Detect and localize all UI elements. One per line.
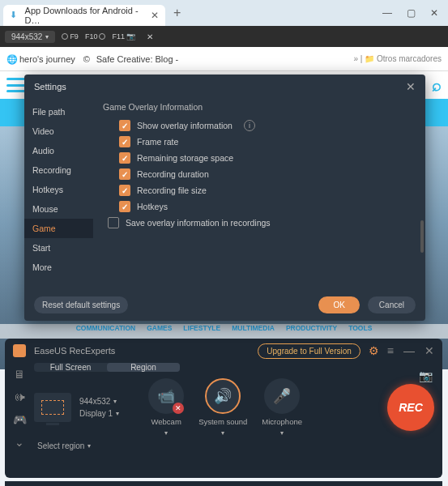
mic-off-icon: 🎤 bbox=[273, 387, 291, 405]
webcam-source[interactable]: 📹✕ Webcam▾ bbox=[148, 378, 184, 437]
opt-hotkeys[interactable]: ✓Hotkeys bbox=[119, 201, 416, 212]
cat-productivity[interactable]: PRODUCTIVITY bbox=[286, 324, 337, 339]
chevron-down-icon[interactable]: ⌄ bbox=[15, 436, 24, 449]
sound-icon[interactable]: 🕪 bbox=[14, 390, 25, 403]
speaker-icon: 🔊 bbox=[214, 387, 232, 405]
minimize-icon[interactable]: — bbox=[382, 7, 392, 19]
scrollbar[interactable] bbox=[420, 220, 424, 253]
recorder-sidebar: 🖥 🕪 🎮 ⌄ bbox=[5, 363, 34, 444]
select-region-dropdown[interactable]: Select region▾ bbox=[37, 441, 442, 450]
browser-titlebar: ⬇ App Downloads for Android - D… ✕ + — ▢… bbox=[0, 0, 448, 26]
rec-close-icon[interactable]: ✕ bbox=[425, 344, 434, 357]
f9-key[interactable]: F9 bbox=[62, 32, 79, 40]
close-icon[interactable]: ✕ bbox=[430, 7, 438, 19]
upgrade-button[interactable]: Upgrade to Full Version bbox=[258, 343, 361, 359]
tab-region[interactable]: Region bbox=[107, 363, 180, 372]
copyright-icon: © bbox=[83, 54, 93, 64]
recorder-window: EaseUS RecExperts Upgrade to Full Versio… bbox=[5, 339, 442, 478]
screen-icon[interactable]: 🖥 bbox=[14, 368, 25, 381]
display-block: 944x532▾ Display 1▾ bbox=[34, 393, 119, 422]
resolution-dropdown[interactable]: 944x532▾ bbox=[79, 397, 119, 406]
monitor-icon[interactable] bbox=[34, 393, 71, 422]
nav-audio[interactable]: Audio bbox=[24, 141, 93, 160]
window-controls: — ▢ ✕ bbox=[382, 7, 445, 19]
nav-hotkeys[interactable]: Hotkeys bbox=[24, 180, 93, 199]
cat-tools[interactable]: TOOLS bbox=[348, 324, 372, 339]
ok-button[interactable]: OK bbox=[318, 296, 359, 313]
opt-filesize[interactable]: ✓Recording file size bbox=[119, 185, 416, 196]
opt-show-overlay[interactable]: ✓Show overlay informationi bbox=[119, 120, 416, 131]
cat-communication[interactable]: COMMUNICATION bbox=[76, 324, 136, 339]
camera-icon[interactable]: 📷 bbox=[419, 369, 433, 382]
nav-game[interactable]: Game bbox=[24, 219, 93, 238]
search-icon[interactable]: ⌕ bbox=[432, 76, 442, 95]
opt-duration[interactable]: ✓Recording duration bbox=[119, 168, 416, 180]
new-tab-button[interactable]: + bbox=[173, 6, 181, 20]
game-icon[interactable]: 🎮 bbox=[13, 413, 27, 426]
rec-minimize-icon[interactable]: — bbox=[403, 344, 415, 357]
system-sound-source[interactable]: 🔊 System sound▾ bbox=[198, 378, 247, 437]
chevron-down-icon: ▾ bbox=[45, 33, 49, 40]
page-content: ⌕ Settings ✕ File path Video Audio Recor… bbox=[0, 71, 448, 463]
opt-frame-rate[interactable]: ✓Frame rate bbox=[119, 136, 416, 147]
rec-menu-icon[interactable]: ≡ bbox=[387, 344, 394, 357]
recorder-footer: ▶ ▭⫶▭Auto split 🕒Auto stop 📅Task schedul… bbox=[5, 481, 442, 486]
nav-video[interactable]: Video bbox=[24, 122, 93, 141]
display-dropdown[interactable]: Display 1▾ bbox=[79, 409, 119, 418]
tab-fullscreen[interactable]: Full Screen bbox=[34, 363, 107, 372]
gear-icon[interactable]: ⚙ bbox=[369, 344, 379, 357]
maximize-icon[interactable]: ▢ bbox=[407, 7, 416, 19]
dimension-pill[interactable]: 944x532 ▾ bbox=[5, 31, 55, 43]
globe-icon: 🌐 bbox=[6, 54, 16, 64]
info-icon[interactable]: i bbox=[244, 120, 255, 131]
browser-tab[interactable]: ⬇ App Downloads for Android - D… ✕ bbox=[3, 5, 165, 26]
f10-key[interactable]: F10 bbox=[85, 32, 106, 40]
bookmark-heros-journey[interactable]: 🌐 hero's journey bbox=[6, 54, 75, 64]
nav-recording[interactable]: Recording bbox=[24, 160, 93, 180]
nav-mouse[interactable]: Mouse bbox=[24, 199, 93, 219]
devtools-close-icon[interactable]: ✕ bbox=[147, 32, 153, 41]
microphone-source[interactable]: 🎤 Microphone▾ bbox=[262, 378, 302, 437]
cat-lifestyle[interactable]: LIFESTYLE bbox=[183, 324, 220, 339]
opt-storage[interactable]: ✓Remaining storage space bbox=[119, 152, 416, 164]
tab-title: App Downloads for Android - D… bbox=[25, 6, 143, 25]
other-bookmarks[interactable]: » | 📁 Otros marcadores bbox=[353, 54, 442, 63]
disabled-badge-icon: ✕ bbox=[173, 403, 184, 414]
settings-panel: Game Overlay Information ✓Show overlay i… bbox=[93, 99, 425, 288]
nav-start[interactable]: Start bbox=[24, 238, 93, 258]
reset-button[interactable]: Reset default settings bbox=[34, 296, 128, 313]
mode-tabs: Full Screen Region bbox=[34, 363, 180, 372]
webcam-icon: 📹 bbox=[157, 387, 175, 405]
cat-games[interactable]: GAMES bbox=[147, 324, 172, 339]
opt-save-in-recordings[interactable]: Save overlay information in recordings bbox=[108, 217, 416, 228]
tab-close-icon[interactable]: ✕ bbox=[151, 10, 159, 21]
settings-close-icon[interactable]: ✕ bbox=[406, 80, 416, 93]
settings-nav: File path Video Audio Recording Hotkeys … bbox=[24, 99, 93, 288]
f11-key[interactable]: F11📷 bbox=[112, 32, 135, 40]
cancel-button[interactable]: Cancel bbox=[368, 296, 416, 313]
bookmark-safe-creative[interactable]: © Safe Creative: Blog - bbox=[83, 54, 179, 64]
settings-title: Settings bbox=[34, 82, 66, 92]
bookmarks-bar: 🌐 hero's journey © Safe Creative: Blog -… bbox=[0, 47, 448, 71]
recorder-title: EaseUS RecExperts bbox=[34, 346, 115, 356]
recorder-logo bbox=[13, 344, 26, 357]
record-button[interactable]: REC bbox=[387, 384, 434, 431]
tab-favicon: ⬇ bbox=[10, 10, 20, 21]
settings-dialog: Settings ✕ File path Video Audio Recordi… bbox=[24, 75, 425, 321]
menu-icon[interactable] bbox=[6, 78, 26, 92]
nav-more[interactable]: More bbox=[24, 258, 93, 277]
devtools-bar: 944x532 ▾ F9 F10 F11📷 ✕ bbox=[0, 26, 448, 47]
cat-multimedia[interactable]: MULTIMEDIA bbox=[232, 324, 275, 339]
category-strip: COMMUNICATION GAMES LIFESTYLE MULTIMEDIA… bbox=[0, 324, 448, 339]
section-title: Game Overlay Information bbox=[103, 102, 416, 112]
nav-file-path[interactable]: File path bbox=[24, 102, 93, 122]
